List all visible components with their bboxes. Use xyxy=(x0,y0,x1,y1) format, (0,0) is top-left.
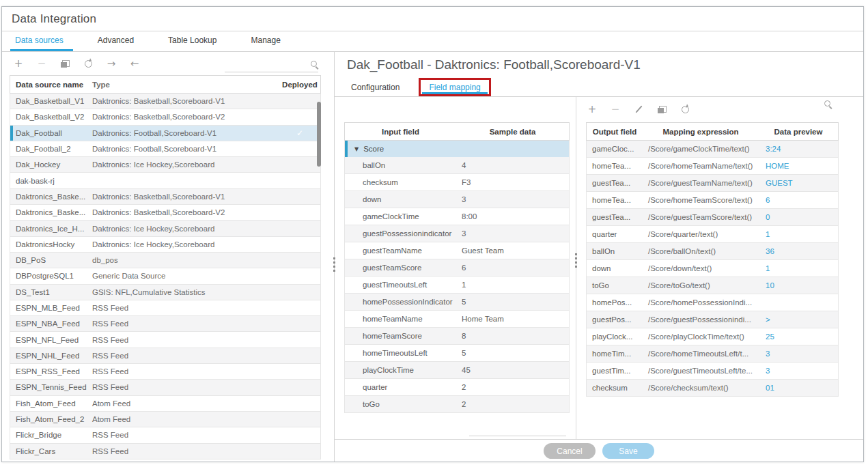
output-mapping-row[interactable]: guestTea.../Score/guestTeamScore/text()0 xyxy=(587,209,838,226)
datasource-row[interactable]: ESPN_NFL_FeedRSS Feed xyxy=(10,332,320,348)
datasource-row[interactable]: Dak_Basketball_V1Daktronics: Basketball,… xyxy=(10,94,320,109)
output-mapping-row[interactable]: gameCloc.../Score/gameClockTime/text()3:… xyxy=(587,141,838,158)
duplicate-mapping-button[interactable] xyxy=(656,103,668,115)
input-field-row[interactable]: ballOn4 xyxy=(345,157,569,174)
remove-mapping-button[interactable]: − xyxy=(609,103,621,115)
cell-type: GSIS: NFL,Cumulative Statistics xyxy=(87,288,275,296)
cell-type: Daktronics: Basketball,Scoreboard-V2 xyxy=(87,208,275,216)
datasource-row[interactable]: DB_PoSdb_pos xyxy=(10,253,320,268)
refresh-button[interactable] xyxy=(82,57,94,70)
duplicate-button[interactable] xyxy=(59,57,71,70)
panel-resize-handle[interactable] xyxy=(333,257,336,274)
cancel-button[interactable]: Cancel xyxy=(544,443,596,459)
output-mapping-row[interactable]: homePos.../Score/homePossessionIndi... xyxy=(587,294,838,311)
detail-panel: Dak_Football - Daktronics: Football,Scor… xyxy=(335,52,863,462)
output-mapping-row[interactable]: guestPos.../Score/guestPossessionindi...… xyxy=(587,311,838,328)
output-mapping-row[interactable]: playClock.../Score/playClockTime/text()2… xyxy=(587,328,838,345)
input-field-row[interactable]: down3 xyxy=(345,191,569,208)
input-field-row[interactable]: homePossessionIndicator5 xyxy=(345,294,569,311)
pencil-icon xyxy=(635,106,642,113)
cell-input-field: playClockTime xyxy=(345,366,456,374)
tab-data-sources[interactable]: Data sources xyxy=(12,31,66,51)
datasource-row[interactable]: Daktronics_Ice_H...Daktronics: Ice Hocke… xyxy=(10,221,320,236)
input-field-row[interactable]: quarter2 xyxy=(345,379,569,396)
cell-output-field: guestPos... xyxy=(587,315,643,324)
output-search-icon[interactable] xyxy=(824,100,830,107)
output-mapping-row[interactable]: toGo/Score/toGo/text()10 xyxy=(587,277,838,294)
data-sources-toolbar: + − → ← xyxy=(2,52,334,75)
input-field-row[interactable]: guestTimeoutsLeft1 xyxy=(345,277,569,294)
datasource-row[interactable]: ESPN_NBA_FeedRSS Feed xyxy=(10,316,320,332)
data-source-table-header: Data source name Type Deployed xyxy=(10,75,321,94)
datasource-row[interactable]: DBPostgreSQL1Generic Data Source xyxy=(10,268,320,284)
datasource-table-body: Dak_Basketball_V1Daktronics: Basketball,… xyxy=(10,94,321,459)
cell-data-source-name: ESPN_Tennis_Feed xyxy=(10,383,87,391)
input-field-row[interactable]: gameClockTime8:00 xyxy=(345,208,569,225)
cell-sample-data: 3 xyxy=(456,229,569,238)
datasource-row[interactable]: DS_Test1GSIS: NFL,Cumulative Statistics xyxy=(10,285,320,300)
output-mapping-row[interactable]: down/Score/down/text()1 xyxy=(587,260,838,277)
app-header: Data Integration xyxy=(2,7,863,31)
datasource-row[interactable]: ESPN_RSS_FeedRSS Feed xyxy=(10,364,320,380)
panel-resize-handle[interactable] xyxy=(574,253,578,270)
input-field-row[interactable]: playClockTime45 xyxy=(345,362,569,379)
datasource-row[interactable]: Dak_FootballDaktronics: Football,Scorebo… xyxy=(10,126,320,141)
cell-mapping-expression: /Score/homeTeamScore/text() xyxy=(643,196,759,204)
tab-field-mapping[interactable]: Field mapping xyxy=(425,80,484,94)
cell-output-field: homePos... xyxy=(587,298,643,307)
cell-type: Daktronics: Football,Scoreboard-V1 xyxy=(87,129,275,137)
output-mapping-row[interactable]: homeTea.../Score/homeTeamScore/text()6 xyxy=(587,192,838,209)
datasource-row[interactable]: Fish_Atom_FeedAtom Feed xyxy=(10,396,320,412)
input-field-row[interactable]: guestTeamNameGuest Team xyxy=(345,242,569,259)
output-mapping-row[interactable]: homeTim.../Score/homeTimeoutsLeft/t...3 xyxy=(587,345,838,363)
datasource-row[interactable]: DaktronicsHockyDaktronics: Ice Hockey,Sc… xyxy=(10,237,320,253)
datasource-row[interactable]: dak-bask-rj xyxy=(10,173,320,188)
undeploy-button[interactable]: ← xyxy=(128,57,141,70)
cell-mapping-expression: /Score/gameClockTime/text() xyxy=(643,145,759,153)
deploy-button[interactable]: → xyxy=(105,57,117,70)
output-mapping-row[interactable]: guestTea.../Score/guestTeamName/text()GU… xyxy=(587,175,838,192)
detail-titlebar: Dak_Football - Daktronics: Football,Scor… xyxy=(335,52,863,78)
tab-manage[interactable]: Manage xyxy=(248,31,283,51)
input-field-row[interactable]: guestPossessionindicator3 xyxy=(345,225,569,242)
add-button[interactable]: + xyxy=(12,57,25,70)
cell-data-source-name: Flickr_Cars xyxy=(10,447,87,455)
cell-type: Daktronics: Basketball,Scoreboard-V1 xyxy=(87,193,275,201)
input-field-row[interactable]: toGo2 xyxy=(345,396,569,413)
datasource-row[interactable]: Daktronics_Baske...Daktronics: Basketbal… xyxy=(10,189,320,205)
remove-button[interactable]: − xyxy=(36,57,48,70)
tab-advanced[interactable]: Advanced xyxy=(95,31,137,51)
add-mapping-button[interactable]: + xyxy=(586,103,598,115)
scrollbar-thumb[interactable] xyxy=(317,102,321,167)
datasource-row[interactable]: Fish_Atom_Feed_2Atom Feed xyxy=(10,412,320,427)
tab-table-lookup[interactable]: Table Lookup xyxy=(165,31,219,51)
input-field-row[interactable]: guestTeamScore6 xyxy=(345,259,569,277)
output-mapping-row[interactable]: guestTim.../Score/guestTimeoutsLeft/te..… xyxy=(587,363,838,380)
datasource-row[interactable]: ESPN_NHL_FeedRSS Feed xyxy=(10,348,320,364)
save-button[interactable]: Save xyxy=(602,443,654,459)
datasource-row[interactable]: Flickr_BridgeRSS Feed xyxy=(10,427,320,443)
cell-sample-data: 5 xyxy=(456,298,569,306)
edit-mapping-button[interactable] xyxy=(632,103,645,115)
datasource-row[interactable]: Flickr_CarsRSS Feed xyxy=(10,444,320,459)
refresh-mapping-button[interactable] xyxy=(679,103,691,115)
data-source-search-input[interactable] xyxy=(225,58,308,72)
datasource-row[interactable]: ESPN_Tennis_FeedRSS Feed xyxy=(10,380,320,395)
output-mapping-row[interactable]: homeTea.../Score/homeTeamName/text()HOME xyxy=(587,158,838,175)
datasource-row[interactable]: Dak_Basketball_V2Daktronics: Basketball,… xyxy=(10,109,320,125)
datasource-row[interactable]: Daktronics_Baske...Daktronics: Basketbal… xyxy=(10,205,320,221)
input-field-row[interactable]: checksumF3 xyxy=(345,174,569,191)
header-sample-data: Sample data xyxy=(456,128,569,136)
datasource-row[interactable]: Dak_HockeyDaktronics: Ice Hockey,Scorebo… xyxy=(10,157,320,173)
datasource-row[interactable]: ESPN_MLB_FeedRSS Feed xyxy=(10,300,320,316)
output-mapping-row[interactable]: quarter/Score/quarter/text()1 xyxy=(587,226,838,243)
datasource-row[interactable]: Dak_Football_2Daktronics: Football,Score… xyxy=(10,141,320,157)
cell-type: RSS Feed xyxy=(87,304,275,312)
input-field-row[interactable]: homeTeamNameHome Team xyxy=(345,311,569,328)
output-mapping-row[interactable]: ballOn/Score/ballOn/text()36 xyxy=(587,243,838,260)
output-mapping-row[interactable]: checksum/Score/checksum/text()01 xyxy=(587,380,838,397)
input-group-score[interactable]: ▼ Score xyxy=(344,141,570,157)
input-field-row[interactable]: homeTeamScore8 xyxy=(345,328,569,345)
tab-configuration[interactable]: Configuration xyxy=(347,78,404,96)
input-field-row[interactable]: homeTimeoutsLeft5 xyxy=(345,345,569,362)
